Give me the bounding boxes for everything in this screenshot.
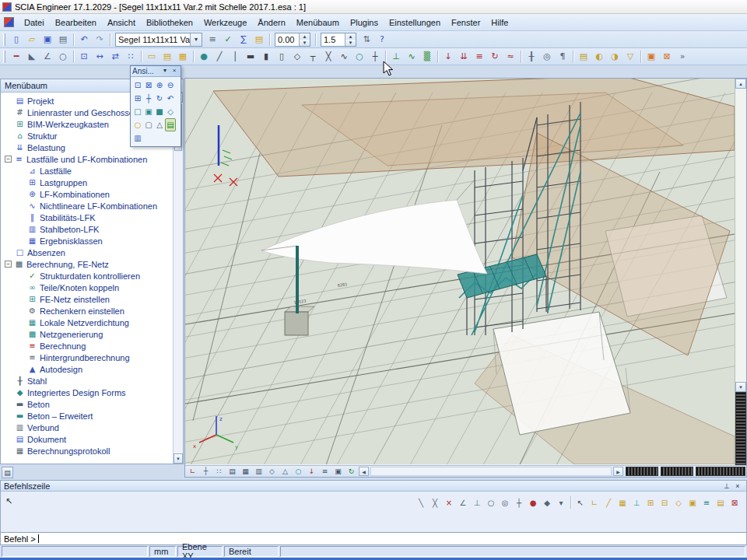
units-icon[interactable]: ▤ xyxy=(714,496,727,509)
polar-coords-icon[interactable]: ◇ xyxy=(672,496,685,509)
scroll-down-icon[interactable]: ▼ xyxy=(174,453,183,464)
redo-icon[interactable]: ↷ xyxy=(93,33,107,47)
layers-icon[interactable]: ▤ xyxy=(577,50,591,64)
menu-bearbeiten[interactable]: Bearbeiten xyxy=(50,16,102,30)
opening-icon[interactable]: ▯ xyxy=(275,50,289,64)
tree-item[interactable]: ∞Teile/Knoten koppeln xyxy=(1,282,173,293)
subsoil-icon[interactable]: ▒ xyxy=(420,50,434,64)
cursor-select-icon[interactable]: ↖ xyxy=(574,496,587,509)
pin-icon[interactable]: ⊥ xyxy=(721,482,732,490)
loads-display-icon[interactable]: ↓ xyxy=(306,467,317,477)
toolbar-overflow-icon[interactable]: » xyxy=(675,50,689,64)
shaded-mode-icon[interactable]: ▦ xyxy=(240,467,251,477)
menu-datei[interactable]: Datei xyxy=(19,16,50,30)
tree-item[interactable]: ≡Hintergrundberechnung xyxy=(1,352,173,363)
paperspace-icon[interactable]: ▦ xyxy=(176,50,190,64)
dynamic-input-icon[interactable]: ▣ xyxy=(686,496,699,509)
menu--ndern[interactable]: Ändern xyxy=(252,16,290,30)
snap-midpoint-icon[interactable]: ◆ xyxy=(541,496,553,509)
array-icon[interactable]: ∷ xyxy=(124,50,138,64)
tree-expander[interactable]: − xyxy=(5,156,12,163)
coordinate-step-spinner[interactable]: 0.00 ▲▼ xyxy=(275,33,310,47)
scroll-right-icon[interactable]: ▶ xyxy=(613,467,623,476)
tree-item[interactable]: ▥Stahlbeton-LFK xyxy=(1,223,173,235)
tree-item[interactable]: ▥Verbund xyxy=(1,422,173,433)
snap-line-icon[interactable]: ╲ xyxy=(415,496,427,509)
tree-item[interactable]: −▩Berechnung, FE-Netz xyxy=(1,258,173,270)
rotate-view-icon[interactable]: ↻ xyxy=(154,92,165,105)
tree-item[interactable]: ▬Beton xyxy=(1,398,173,410)
dock-tab-button[interactable]: ▤ xyxy=(2,467,13,478)
annotation-icon[interactable]: ¶ xyxy=(556,50,570,64)
perspective-icon[interactable]: △ xyxy=(154,118,165,131)
window-tile-scroll[interactable] xyxy=(626,467,658,476)
wall-icon[interactable]: ▮ xyxy=(259,50,273,64)
tree-item[interactable]: ∿Nichtlineare LF-Kombinationen xyxy=(1,200,173,212)
tree-item[interactable]: ⊞FE-Netz einstellen xyxy=(1,293,173,305)
snap-angle-icon[interactable]: ∠ xyxy=(457,496,469,509)
tree-item[interactable]: ▲Autodesign xyxy=(1,363,173,375)
zoom-in-icon[interactable]: ⊕ xyxy=(154,79,165,92)
new-project-icon[interactable]: ▯ xyxy=(9,33,23,47)
menu-bibliotheken[interactable]: Bibliotheken xyxy=(141,16,198,30)
undo-icon[interactable]: ↶ xyxy=(77,33,91,47)
tree-item[interactable]: ▦Berechnungsprotokoll xyxy=(1,445,173,457)
snap-delete-icon[interactable]: × xyxy=(443,496,455,509)
light-icon[interactable]: ○ xyxy=(132,118,143,131)
open-project-icon[interactable]: ▱ xyxy=(25,33,39,47)
zoom-factor-icon[interactable]: ⇅ xyxy=(359,33,374,47)
snap-center-icon[interactable]: ◎ xyxy=(499,496,511,509)
tree-item[interactable]: ⊞Lastgruppen xyxy=(1,177,173,188)
hidden-line-mode-icon[interactable]: ▥ xyxy=(253,467,265,477)
snap-options-icon[interactable]: ▾ xyxy=(555,496,567,509)
beam-icon[interactable]: ╱ xyxy=(212,50,226,64)
tree-item[interactable]: □Absenzen xyxy=(1,247,173,258)
status-unit-cell[interactable]: mm xyxy=(149,546,176,557)
chevron-down-icon[interactable]: ▼ xyxy=(190,33,202,46)
draw-member-icon[interactable]: ━ xyxy=(9,50,23,64)
tree-item[interactable]: ⚙Rechenkern einstellen xyxy=(1,305,173,317)
previous-view-icon[interactable]: ↶ xyxy=(165,92,176,105)
connect-members-icon[interactable]: ┼ xyxy=(368,50,382,64)
help-icon[interactable]: ? xyxy=(375,33,389,47)
close-view-icon[interactable]: ⊠ xyxy=(660,50,674,64)
close-icon[interactable]: × xyxy=(170,67,179,75)
grid-snap-icon[interactable]: ▦ xyxy=(616,496,629,509)
wireframe-mode-icon[interactable]: ▤ xyxy=(226,467,238,477)
shell-icon[interactable]: ◇ xyxy=(290,50,304,64)
display-params-icon[interactable]: ▣ xyxy=(332,467,344,477)
engineering-report-icon[interactable]: ▤ xyxy=(252,33,266,47)
tree-item[interactable]: ⊕LF-Kombinationen xyxy=(1,188,173,200)
tree-item[interactable]: ▤Dokument xyxy=(1,433,173,445)
gallery-icon[interactable]: ▤ xyxy=(160,50,174,64)
scroll-left-icon[interactable]: ◀ xyxy=(359,467,369,476)
scroll-up-icon[interactable]: ▲ xyxy=(735,79,746,89)
tree-item[interactable]: ⊿Lastfälle xyxy=(1,165,173,177)
rib-icon[interactable]: ┬ xyxy=(306,50,320,64)
menu-werkzeuge[interactable]: Werkzeuge xyxy=(198,16,252,30)
axonometric-view-icon[interactable]: ◇ xyxy=(165,105,176,118)
tree-item[interactable]: ≡Berechnung xyxy=(1,340,173,352)
toolbar-drag-handle[interactable] xyxy=(3,51,5,63)
close-icon[interactable]: × xyxy=(732,482,743,490)
wireframe-render-icon[interactable]: ▤ xyxy=(165,118,176,131)
zoom-all-icon[interactable]: ⊡ xyxy=(132,79,143,92)
move-icon[interactable]: ↔ xyxy=(93,50,107,64)
viewport-vertical-scrollbar[interactable]: ▲ ▼ xyxy=(735,79,746,465)
ucs-axes-icon[interactable]: ∟ xyxy=(187,467,198,477)
section-cut-icon[interactable]: ╂ xyxy=(524,50,538,64)
scroll-down-icon[interactable]: ▼ xyxy=(735,382,746,392)
command-panel-header[interactable]: Befehlszeile ⊥ × xyxy=(1,481,746,492)
tree-scrollbar[interactable]: ▲ ▼ xyxy=(173,93,183,464)
clipping-box-icon[interactable]: ▢ xyxy=(143,118,154,131)
tree-item[interactable]: ◆Integriertes Design Forms xyxy=(1,387,173,398)
point-load-icon[interactable]: ↓ xyxy=(441,50,455,64)
menu-ansicht[interactable]: Ansicht xyxy=(102,16,141,30)
spin-up-icon[interactable]: ▲ xyxy=(300,33,310,40)
calculation-run-icon[interactable]: ∑ xyxy=(237,33,251,47)
catalog-icon[interactable]: ▭ xyxy=(145,50,159,64)
plate-icon[interactable]: ▬ xyxy=(244,50,258,64)
angle-icon[interactable]: ∠ xyxy=(40,50,54,64)
snap-node-icon[interactable]: ● xyxy=(527,496,539,509)
command-input[interactable]: Befehl > xyxy=(1,532,746,544)
